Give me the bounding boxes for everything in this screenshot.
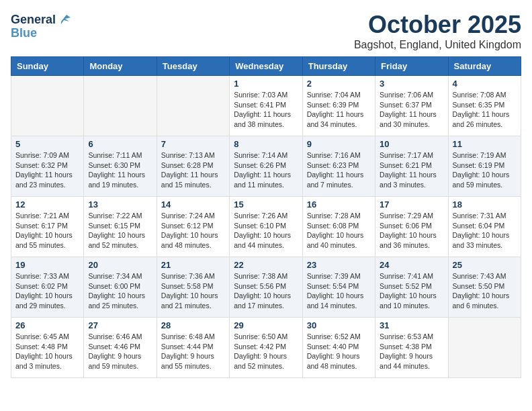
calendar-cell <box>448 318 521 378</box>
calendar-cell: 22Sunrise: 7:38 AM Sunset: 5:56 PM Dayli… <box>230 257 302 318</box>
day-number: 28 <box>161 320 225 330</box>
logo-bird-icon <box>57 12 72 27</box>
day-info: Sunrise: 7:19 AM Sunset: 6:19 PM Dayligh… <box>453 150 517 190</box>
calendar-week-row: 1Sunrise: 7:03 AM Sunset: 6:41 PM Daylig… <box>11 76 521 136</box>
calendar-cell: 3Sunrise: 7:06 AM Sunset: 6:37 PM Daylig… <box>375 76 448 136</box>
day-number: 29 <box>234 320 298 330</box>
day-number: 26 <box>15 320 79 330</box>
day-info: Sunrise: 7:03 AM Sunset: 6:41 PM Dayligh… <box>234 90 298 130</box>
day-info: Sunrise: 7:14 AM Sunset: 6:26 PM Dayligh… <box>234 150 298 190</box>
day-info: Sunrise: 7:11 AM Sunset: 6:30 PM Dayligh… <box>88 150 152 190</box>
day-info: Sunrise: 6:45 AM Sunset: 4:48 PM Dayligh… <box>15 332 79 371</box>
calendar-cell: 7Sunrise: 7:13 AM Sunset: 6:28 PM Daylig… <box>157 136 229 197</box>
title-area: October 2025 Bagshot, England, United Ki… <box>354 11 521 51</box>
calendar-cell: 1Sunrise: 7:03 AM Sunset: 6:41 PM Daylig… <box>230 76 302 136</box>
day-number: 30 <box>307 320 371 330</box>
day-info: Sunrise: 7:09 AM Sunset: 6:32 PM Dayligh… <box>15 150 79 190</box>
day-info: Sunrise: 7:41 AM Sunset: 5:52 PM Dayligh… <box>380 271 443 311</box>
calendar-cell: 16Sunrise: 7:28 AM Sunset: 6:08 PM Dayli… <box>302 197 375 257</box>
day-number: 16 <box>307 199 371 210</box>
calendar-cell: 6Sunrise: 7:11 AM Sunset: 6:30 PM Daylig… <box>84 136 157 197</box>
calendar-cell: 9Sunrise: 7:16 AM Sunset: 6:23 PM Daylig… <box>302 136 375 197</box>
svg-marker-0 <box>61 15 71 24</box>
calendar-cell: 30Sunrise: 6:52 AM Sunset: 4:40 PM Dayli… <box>302 318 375 378</box>
day-number: 13 <box>88 199 152 210</box>
logo-text-line2: Blue <box>11 27 72 40</box>
day-info: Sunrise: 7:17 AM Sunset: 6:21 PM Dayligh… <box>380 150 443 190</box>
calendar-cell: 4Sunrise: 7:08 AM Sunset: 6:35 PM Daylig… <box>448 76 521 136</box>
calendar-cell <box>157 76 229 136</box>
day-info: Sunrise: 6:50 AM Sunset: 4:42 PM Dayligh… <box>234 332 298 371</box>
calendar-cell: 24Sunrise: 7:41 AM Sunset: 5:52 PM Dayli… <box>375 257 448 318</box>
day-number: 23 <box>307 260 371 270</box>
location: Bagshot, England, United Kingdom <box>354 39 521 51</box>
day-number: 17 <box>380 199 443 210</box>
calendar-cell: 26Sunrise: 6:45 AM Sunset: 4:48 PM Dayli… <box>11 318 84 378</box>
calendar-cell: 31Sunrise: 6:53 AM Sunset: 4:38 PM Dayli… <box>375 318 448 378</box>
calendar-cell: 28Sunrise: 6:48 AM Sunset: 4:44 PM Dayli… <box>157 318 229 378</box>
calendar-header-row: SundayMondayTuesdayWednesdayThursdayFrid… <box>11 57 521 76</box>
day-number: 11 <box>453 139 517 149</box>
day-number: 22 <box>234 260 298 270</box>
calendar-cell: 5Sunrise: 7:09 AM Sunset: 6:32 PM Daylig… <box>11 136 84 197</box>
weekday-header: Friday <box>375 57 448 76</box>
day-number: 21 <box>161 260 225 270</box>
day-info: Sunrise: 7:34 AM Sunset: 6:00 PM Dayligh… <box>88 271 152 311</box>
calendar-cell: 13Sunrise: 7:22 AM Sunset: 6:15 PM Dayli… <box>84 197 157 257</box>
calendar-cell: 20Sunrise: 7:34 AM Sunset: 6:00 PM Dayli… <box>84 257 157 318</box>
day-info: Sunrise: 7:33 AM Sunset: 6:02 PM Dayligh… <box>15 271 79 311</box>
day-number: 19 <box>15 260 79 270</box>
day-number: 9 <box>307 139 371 149</box>
day-info: Sunrise: 6:46 AM Sunset: 4:46 PM Dayligh… <box>88 332 152 371</box>
day-number: 1 <box>234 79 298 89</box>
day-number: 5 <box>15 139 79 149</box>
day-info: Sunrise: 7:43 AM Sunset: 5:50 PM Dayligh… <box>453 271 517 311</box>
day-number: 4 <box>453 79 517 89</box>
calendar-cell: 15Sunrise: 7:26 AM Sunset: 6:10 PM Dayli… <box>230 197 302 257</box>
day-number: 27 <box>88 320 152 330</box>
day-info: Sunrise: 7:04 AM Sunset: 6:39 PM Dayligh… <box>307 90 371 130</box>
calendar-cell: 25Sunrise: 7:43 AM Sunset: 5:50 PM Dayli… <box>448 257 521 318</box>
day-info: Sunrise: 7:36 AM Sunset: 5:58 PM Dayligh… <box>161 271 225 311</box>
logo-text-line1: General <box>11 13 56 27</box>
calendar-cell: 10Sunrise: 7:17 AM Sunset: 6:21 PM Dayli… <box>375 136 448 197</box>
day-info: Sunrise: 7:24 AM Sunset: 6:12 PM Dayligh… <box>161 211 225 250</box>
day-number: 6 <box>88 139 152 149</box>
day-number: 14 <box>161 199 225 210</box>
day-info: Sunrise: 6:52 AM Sunset: 4:40 PM Dayligh… <box>307 332 371 371</box>
logo: General Blue <box>11 13 72 40</box>
day-number: 25 <box>453 260 517 270</box>
day-number: 20 <box>88 260 152 270</box>
day-info: Sunrise: 7:16 AM Sunset: 6:23 PM Dayligh… <box>307 150 371 190</box>
day-number: 2 <box>307 79 371 89</box>
day-number: 15 <box>234 199 298 210</box>
calendar-cell: 17Sunrise: 7:29 AM Sunset: 6:06 PM Dayli… <box>375 197 448 257</box>
day-info: Sunrise: 7:28 AM Sunset: 6:08 PM Dayligh… <box>307 211 371 250</box>
day-info: Sunrise: 7:22 AM Sunset: 6:15 PM Dayligh… <box>88 211 152 250</box>
weekday-header: Saturday <box>448 57 521 76</box>
day-number: 7 <box>161 139 225 149</box>
day-info: Sunrise: 6:48 AM Sunset: 4:44 PM Dayligh… <box>161 332 225 371</box>
day-number: 12 <box>15 199 79 210</box>
day-info: Sunrise: 7:29 AM Sunset: 6:06 PM Dayligh… <box>380 211 443 250</box>
calendar-cell: 29Sunrise: 6:50 AM Sunset: 4:42 PM Dayli… <box>230 318 302 378</box>
calendar-week-row: 26Sunrise: 6:45 AM Sunset: 4:48 PM Dayli… <box>11 318 521 378</box>
day-info: Sunrise: 7:13 AM Sunset: 6:28 PM Dayligh… <box>161 150 225 190</box>
day-info: Sunrise: 7:21 AM Sunset: 6:17 PM Dayligh… <box>15 211 79 250</box>
day-number: 3 <box>380 79 443 89</box>
calendar-cell <box>11 76 84 136</box>
weekday-header: Sunday <box>11 57 84 76</box>
day-info: Sunrise: 7:06 AM Sunset: 6:37 PM Dayligh… <box>380 90 443 130</box>
calendar-cell: 21Sunrise: 7:36 AM Sunset: 5:58 PM Dayli… <box>157 257 229 318</box>
day-number: 31 <box>380 320 443 330</box>
calendar-cell: 2Sunrise: 7:04 AM Sunset: 6:39 PM Daylig… <box>302 76 375 136</box>
month-title: October 2025 <box>354 11 521 39</box>
calendar-week-row: 5Sunrise: 7:09 AM Sunset: 6:32 PM Daylig… <box>11 136 521 197</box>
calendar-cell <box>84 76 157 136</box>
calendar: SundayMondayTuesdayWednesdayThursdayFrid… <box>11 56 521 378</box>
weekday-header: Thursday <box>302 57 375 76</box>
calendar-week-row: 12Sunrise: 7:21 AM Sunset: 6:17 PM Dayli… <box>11 197 521 257</box>
header: General Blue October 2025 Bagshot, Engla… <box>11 11 521 51</box>
day-number: 10 <box>380 139 443 149</box>
day-info: Sunrise: 7:26 AM Sunset: 6:10 PM Dayligh… <box>234 211 298 250</box>
